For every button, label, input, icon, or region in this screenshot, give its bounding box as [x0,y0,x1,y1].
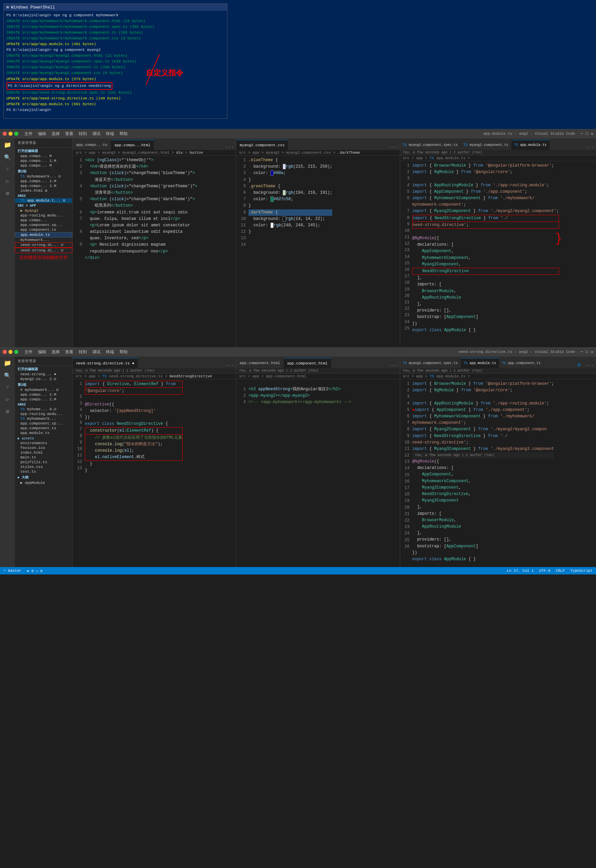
tab-css-active[interactable]: myang2.component.css [236,140,288,150]
sidebar-file[interactable]: app.compo... M [15,154,72,158]
pane-actions[interactable]: ··· [223,145,236,150]
tab-component-html-active[interactable]: app.compo...html [111,140,154,150]
win-max[interactable] [14,132,18,136]
sidebar-file[interactable]: app.component.ts [15,227,72,232]
win-min[interactable] [9,132,13,136]
tab-spec[interactable]: TS myang2.component.spec.ts [400,140,461,150]
sidebar-file-directive2[interactable]: need-strong.di... U [15,248,72,253]
pane-actions-b1[interactable]: ··· [223,363,236,368]
sidebar-file-b[interactable]: myang2.co... 2.U [15,376,72,381]
git-icon-b[interactable]: ⑂ [6,384,9,391]
sidebar-file-b[interactable]: favicon.ico [15,446,72,450]
pane-actions-b3[interactable]: ··· [583,363,596,368]
menu-help-b[interactable]: 帮助 [117,349,130,355]
sidebar-file-b[interactable]: need-strong... ● [15,372,72,376]
line-numbers-b2: 123 [236,386,248,567]
sidebar-file[interactable]: app.component.sp... [15,223,72,227]
win-minimize-btn-b[interactable]: ─ [580,350,583,354]
sidebar-file-b[interactable]: main.ts [15,455,72,460]
sidebar-file[interactable]: app.compo... M [15,163,72,168]
debug-icon[interactable]: ▷ [6,178,9,185]
menu-edit-b[interactable]: 编辑 [35,349,49,355]
tab-module-b[interactable]: TS app.module.ts [461,358,499,368]
pane-actions-3[interactable]: ··· [583,145,596,150]
menu-select[interactable]: 选择 [49,131,62,137]
menu-view-b[interactable]: 查看 [62,349,76,355]
sidebar-file-b[interactable]: styles.css [15,465,72,469]
tab-app-html[interactable]: app.component.html [236,358,284,368]
win-min-b[interactable] [9,350,13,354]
menu-terminal[interactable]: 终端 [103,131,117,137]
sidebar-file[interactable]: index.html W [15,188,72,193]
win-minimize-btn[interactable]: ─ [580,131,583,136]
sidebar-file-b[interactable]: app.component.sp... [15,421,72,426]
menu-view[interactable]: 查看 [62,131,76,137]
sidebar-file-b[interactable]: app-routing.modu... [15,412,72,416]
tab-spec-b[interactable]: TS myang2.component.spec.ts [400,358,461,368]
tab-appcomp-b[interactable]: TS app.component.ts [499,358,544,368]
code-line [413,394,554,400]
menu-goto-b[interactable]: 转到 [76,349,90,355]
sidebar-file-b[interactable]: app.component.ts [15,426,72,431]
sidebar-file-directive1[interactable]: need-strong.di... U [15,242,72,248]
menu-file-b[interactable]: 文件 [22,349,35,355]
tab-app-html-2[interactable]: app.component.html [284,358,331,368]
search-icon[interactable]: 🔍 [4,154,11,161]
sidebar-file-b[interactable]: index.html [15,450,72,455]
sidebar-file[interactable]: myhomework... [15,238,72,242]
pane-actions-2[interactable]: ··· [387,145,399,150]
menu-help[interactable]: 帮助 [117,131,130,137]
sidebar-file-b[interactable]: polyfills.ts [15,460,72,465]
debug-icon-b[interactable]: ▷ [6,396,9,403]
sidebar-file[interactable]: app-routing.modu... [15,213,72,218]
search-icon-b[interactable]: 🔍 [4,372,11,379]
sidebar-file[interactable]: TS myhomework... U [15,174,72,179]
sidebar-file-b[interactable]: environments [15,441,72,446]
win-close-b[interactable] [3,350,7,354]
sidebar-file-module[interactable]: app.module.ts [15,232,72,238]
sidebar-file-b[interactable]: TS myhome... 9.U [15,407,72,412]
sidebar-file[interactable]: app.compo... [15,218,72,223]
win-restore-btn[interactable]: □ [586,131,588,136]
ps-line: UPDATE src/app/app.module.ts (491 bytes) [6,41,224,47]
win-restore-btn-b[interactable]: □ [586,350,588,354]
extensions-icon-b[interactable]: ⊞ [6,408,9,415]
sidebar-file-b[interactable]: TS myhomework... [15,416,72,421]
sidebar-folder-myang2[interactable]: ▶ myang2 [15,208,72,213]
menu-file[interactable]: 文件 [22,131,35,137]
tab-module-active[interactable]: TS app.module.ts [512,140,550,150]
pane-actions-b2[interactable]: ··· [387,363,399,368]
sidebar-file[interactable]: app.compo... 1.M [15,158,72,163]
menu-debug-b[interactable]: 调试 [90,349,103,355]
ps-line: PS D:\xiaojinl\ang2> npx ng g component … [6,13,224,18]
menu-edit[interactable]: 编辑 [35,131,49,137]
menu-debug[interactable]: 调试 [90,131,103,137]
code-line: import { MyhomeworkComponent } from './m… [413,195,559,202]
sidebar-file-active[interactable]: TS app.module.t... U [15,198,72,203]
tab-component[interactable]: TS myang2.component.ts [461,140,512,150]
sidebar-file[interactable]: app.compo... 2.M [15,184,72,188]
explorer-icon-b[interactable]: 📁 [4,359,11,367]
tab-app-component-ts[interactable]: app.compo...ts [72,140,111,150]
win-close[interactable] [3,132,7,136]
win-close-btn[interactable]: ✕ [591,131,593,136]
win-max-b[interactable] [14,350,18,354]
win-close-btn-b[interactable]: ✕ [591,350,593,354]
extensions-icon[interactable]: ⊞ [6,190,9,197]
sidebar-file[interactable]: app.compo... 2.M [15,179,72,184]
sidebar-file-b[interactable]: ▶ AppModule [15,480,72,485]
sidebar-file-b[interactable]: app.module.ts [15,431,72,435]
ps-line: CREATE src/app/myang2/myang2.component.t… [6,65,224,70]
code-line: need-strong.directive'; [413,440,554,446]
ps-line: CREATE src/app/myhomework/myhomework.com… [6,35,224,41]
sidebar-file-b[interactable]: test.ts [15,469,72,474]
explorer-icon[interactable]: 📁 [4,141,11,149]
sidebar-file-b[interactable]: # myhomework... U [15,388,72,392]
menu-goto[interactable]: 转到 [76,131,90,137]
sidebar-file-b[interactable]: app.compo... 2.M [15,392,72,397]
menu-terminal-b[interactable]: 终端 [103,349,117,355]
sidebar-file-b[interactable]: app.compo... 2.M [15,397,72,402]
git-icon[interactable]: ⑂ [6,166,9,173]
menu-select-b[interactable]: 选择 [49,349,62,355]
tab-directive-active[interactable]: need-strong.directive.ts ● [72,358,138,368]
